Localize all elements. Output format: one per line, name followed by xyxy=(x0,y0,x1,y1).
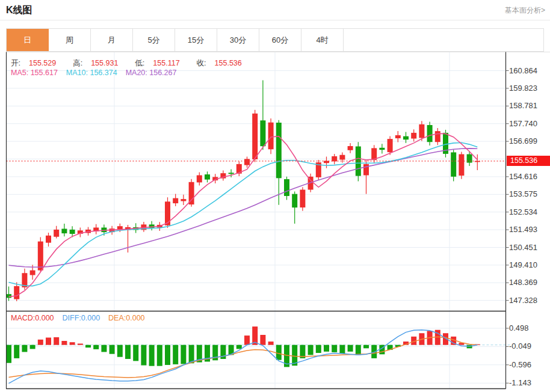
main-y-axis-label: 154.616 xyxy=(509,172,537,181)
macd-bar xyxy=(78,344,83,345)
candle-body xyxy=(38,242,43,271)
candle-body xyxy=(30,271,36,275)
candle-body xyxy=(332,156,337,162)
macd-legend-macd: MACD:0.000 xyxy=(11,314,54,322)
kline-widget: K线图 基本面分析> 日周月5分15分30分60分4时 开:155.529高:1… xyxy=(0,0,550,392)
ohlc-close: 收:155.536 xyxy=(197,59,250,67)
candle-body xyxy=(46,236,51,243)
candle-body xyxy=(205,174,210,180)
ma-legend-ma5: MA5: 155.617 xyxy=(11,69,58,77)
macd-bar xyxy=(61,341,67,345)
fundamental-analysis-link[interactable]: 基本面分析> xyxy=(505,5,545,16)
tab-15min[interactable]: 15分 xyxy=(175,29,217,51)
main-y-axis-label: 150.451 xyxy=(509,243,537,252)
ma-legend-ma10: MA10: 156.374 xyxy=(66,69,117,77)
macd-bar xyxy=(332,345,337,352)
main-y-axis-label: 148.369 xyxy=(509,278,537,287)
macd-bar xyxy=(101,345,107,352)
macd-bar xyxy=(149,345,155,366)
macd-bar xyxy=(244,335,250,345)
macd-bar xyxy=(117,345,123,357)
main-y-axis-label: 152.534 xyxy=(509,207,537,216)
main-y-axis-label: 158.781 xyxy=(509,101,537,110)
candle-body xyxy=(61,229,67,234)
ohlc-low: 低:155.117 xyxy=(135,59,188,67)
macd-bar xyxy=(157,345,162,366)
main-y-axis-label: 151.493 xyxy=(509,225,537,234)
candle-body xyxy=(411,133,416,139)
current-price-badge: 155.536 xyxy=(507,156,550,166)
main-y-axis-label: 160.864 xyxy=(509,66,537,75)
macd-bar xyxy=(260,335,265,345)
macd-bar xyxy=(38,340,43,345)
tab-60min[interactable]: 60分 xyxy=(259,29,301,51)
macd-bar xyxy=(165,345,170,365)
tab-week[interactable]: 周 xyxy=(49,29,91,51)
candle-body xyxy=(14,286,19,299)
candle-body xyxy=(459,155,464,176)
macd-bar xyxy=(30,345,36,349)
candle-body xyxy=(54,230,59,237)
tab-month[interactable]: 月 xyxy=(91,29,133,51)
macd-bar xyxy=(14,345,19,358)
macd-y-axis-label: 0.498 xyxy=(509,323,529,332)
candle-body xyxy=(348,146,353,150)
candle-body xyxy=(244,159,250,165)
candle-body xyxy=(229,173,234,174)
macd-bar xyxy=(236,345,242,349)
tab-30min[interactable]: 30分 xyxy=(217,29,259,51)
macd-bar xyxy=(363,345,369,349)
candle-body xyxy=(197,176,202,183)
ohlc-high: 高:155.931 xyxy=(73,59,126,67)
candle-body xyxy=(451,152,456,176)
macd-bar xyxy=(22,345,27,352)
candle-body xyxy=(395,135,401,138)
period-tabbar: 日周月5分15分30分60分4时 xyxy=(6,28,544,52)
ma-legend: MA5: 155.617MA10: 156.374MA20: 156.267 xyxy=(11,69,185,77)
tab-day[interactable]: 日 xyxy=(7,29,49,51)
ohlc-legend: 开:155.529高:155.931低:155.117收:155.536 xyxy=(11,58,259,69)
ohlc-open: 开:155.529 xyxy=(11,59,64,67)
macd-bar xyxy=(189,345,194,364)
candle-body xyxy=(268,123,274,150)
macd-bar xyxy=(54,337,59,345)
macd-y-axis-label: -0.596 xyxy=(509,360,531,369)
tab-4hour[interactable]: 4时 xyxy=(301,29,344,51)
page-title: K线图 xyxy=(6,4,32,17)
macd-bar xyxy=(339,345,345,354)
main-y-axis-label: 153.575 xyxy=(509,189,537,198)
candle-body xyxy=(276,123,282,178)
macd-bar xyxy=(324,345,329,352)
macd-bar xyxy=(141,345,146,366)
macd-bar xyxy=(110,345,115,354)
candle-body xyxy=(173,198,178,204)
candle-body xyxy=(363,164,369,176)
candle-body xyxy=(284,179,289,196)
main-y-axis-label: 157.740 xyxy=(509,119,537,128)
macd-bar xyxy=(316,345,321,353)
candle-body xyxy=(403,136,409,140)
macd-bar xyxy=(93,345,99,349)
macd-bar xyxy=(46,338,51,345)
main-y-axis-label: 147.328 xyxy=(509,296,537,305)
main-plot-area[interactable] xyxy=(7,52,506,311)
macd-bar xyxy=(70,342,75,345)
candle-body xyxy=(435,131,440,142)
macd-bar xyxy=(276,345,282,360)
candle-body xyxy=(427,125,433,142)
macd-bar xyxy=(348,345,353,352)
macd-bar xyxy=(133,345,138,361)
macd-bar xyxy=(268,341,274,345)
candle-body xyxy=(339,155,345,160)
macd-bar xyxy=(6,345,11,363)
candle-body xyxy=(252,114,258,159)
tab-5min[interactable]: 5分 xyxy=(133,29,175,51)
macd-bar xyxy=(308,345,314,355)
macd-legend-dea: DEA:0.000 xyxy=(108,314,144,322)
macd-bar xyxy=(356,345,361,355)
candle-body xyxy=(70,230,75,234)
macd-bar xyxy=(173,345,178,364)
candle-body xyxy=(419,124,424,138)
main-y-axis-label: 156.699 xyxy=(509,136,537,145)
macd-legend: MACD:0.000DIFF:0.000DEA:0.000 xyxy=(11,314,153,322)
